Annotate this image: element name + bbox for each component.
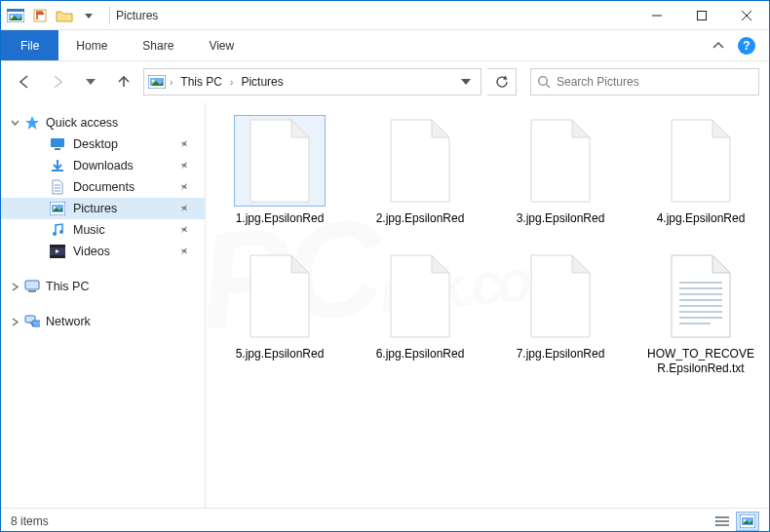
navigation-pane: Quick access DesktopDownloadsDocumentsPi… [1, 102, 206, 508]
file-name-label: 5.jpg.EpsilonRed [236, 347, 325, 361]
address-bar[interactable]: › This PC › Pictures [143, 68, 481, 95]
blank-file-icon [375, 251, 465, 341]
svg-rect-19 [50, 255, 65, 258]
recent-locations-button[interactable] [77, 68, 104, 95]
sidebar-item-label: Music [73, 223, 105, 237]
file-name-label: 3.jpg.EpsilonRed [517, 211, 605, 226]
sidebar-this-pc[interactable]: This PC [1, 276, 205, 297]
file-name-label: HOW_TO_RECOVER.EpsilonRed.txt [644, 347, 757, 376]
file-item[interactable]: 5.jpg.EpsilonRed [223, 251, 336, 376]
text-file-icon [656, 251, 746, 341]
chevron-right-icon[interactable]: › [230, 77, 233, 88]
blank-file-icon [235, 251, 325, 341]
title-bar: Pictures [1, 1, 769, 30]
breadcrumb-current[interactable]: Pictures [237, 73, 287, 91]
minimize-button[interactable] [635, 1, 679, 30]
svg-rect-20 [25, 281, 39, 289]
desktop-icon [50, 136, 65, 152]
blank-file-icon [656, 116, 746, 206]
file-item[interactable]: 7.jpg.EpsilonRed [504, 251, 617, 376]
file-item[interactable]: 6.jpg.EpsilonRed [364, 251, 477, 376]
tab-view[interactable]: View [191, 30, 251, 60]
file-name-label: 2.jpg.EpsilonRed [376, 211, 465, 226]
svg-rect-5 [698, 11, 707, 19]
pin-icon [177, 180, 191, 194]
music-icon [50, 222, 65, 238]
quick-access-toolbar [1, 5, 103, 26]
sidebar-item-music[interactable]: Music [1, 219, 205, 241]
svg-point-14 [54, 207, 57, 209]
file-tab[interactable]: File [1, 30, 58, 60]
close-button[interactable] [724, 1, 769, 30]
status-bar: 8 items [1, 508, 769, 532]
search-icon [537, 75, 551, 89]
file-name-label: 7.jpg.EpsilonRed [517, 347, 605, 361]
sidebar-item-label: This PC [46, 280, 89, 293]
address-dropdown-icon[interactable] [455, 77, 477, 87]
search-box[interactable]: Search Pictures [530, 68, 759, 95]
up-button[interactable] [110, 68, 137, 95]
qat-newfolder-icon[interactable] [54, 5, 75, 26]
file-item[interactable]: 1.jpg.EpsilonRed [223, 116, 336, 226]
sidebar-item-videos[interactable]: Videos [1, 241, 205, 262]
window-title: Pictures [116, 9, 158, 22]
tab-share[interactable]: Share [125, 30, 191, 60]
sidebar-item-documents[interactable]: Documents [1, 176, 205, 198]
navigation-bar: › This PC › Pictures Search Pictures [1, 61, 769, 102]
file-item[interactable]: 2.jpg.EpsilonRed [364, 116, 477, 226]
tab-home[interactable]: Home [58, 30, 125, 60]
item-count: 8 items [11, 514, 49, 528]
sidebar-item-label: Pictures [73, 202, 117, 215]
chevron-right-icon [11, 283, 19, 291]
maximize-button[interactable] [679, 1, 724, 30]
ribbon-collapse-icon[interactable] [712, 40, 724, 52]
sidebar-item-label: Videos [73, 245, 110, 258]
sidebar-quick-access[interactable]: Quick access [1, 112, 205, 133]
details-view-button[interactable] [711, 512, 734, 531]
address-pc-icon [148, 75, 166, 89]
blank-file-icon [235, 116, 325, 206]
title-separator [109, 7, 110, 24]
file-item[interactable]: 4.jpg.EpsilonRed [644, 116, 757, 226]
file-item[interactable]: 3.jpg.EpsilonRed [504, 116, 617, 226]
videos-icon [50, 244, 65, 259]
forward-button[interactable] [44, 68, 71, 95]
sidebar-item-downloads[interactable]: Downloads [1, 155, 205, 176]
sidebar-heading-label: Quick access [46, 116, 118, 130]
sidebar-item-desktop[interactable]: Desktop [1, 133, 205, 155]
blank-file-icon [375, 116, 465, 206]
svg-point-15 [53, 232, 57, 236]
downloads-icon [50, 158, 65, 173]
sidebar-item-pictures[interactable]: Pictures [1, 198, 205, 219]
file-list[interactable]: 1.jpg.EpsilonRed 2.jpg.EpsilonRed 3.jpg.… [206, 102, 769, 508]
file-name-label: 1.jpg.EpsilonRed [236, 211, 325, 226]
file-name-label: 4.jpg.EpsilonRed [657, 211, 746, 226]
pictures-icon [50, 201, 65, 216]
star-icon [24, 115, 40, 131]
sidebar-item-label: Documents [73, 180, 135, 194]
chevron-right-icon[interactable]: › [170, 77, 173, 88]
network-icon [24, 314, 40, 329]
back-button[interactable] [11, 68, 38, 95]
qat-dropdown-icon[interactable] [78, 5, 99, 26]
refresh-button[interactable] [487, 68, 517, 95]
blank-file-icon [516, 251, 605, 341]
qat-properties-icon[interactable] [29, 5, 51, 26]
chevron-right-icon [11, 318, 19, 326]
documents-icon [50, 179, 65, 195]
large-icons-view-button[interactable] [736, 512, 759, 531]
svg-rect-11 [55, 148, 60, 150]
sidebar-network[interactable]: Network [1, 311, 205, 332]
breadcrumb-root[interactable]: This PC [176, 73, 226, 91]
file-item[interactable]: HOW_TO_RECOVER.EpsilonRed.txt [644, 251, 757, 376]
svg-point-9 [539, 77, 548, 86]
svg-rect-21 [28, 290, 36, 292]
help-icon[interactable]: ? [738, 37, 755, 55]
search-placeholder: Search Pictures [557, 75, 639, 89]
pin-icon [177, 245, 191, 258]
chevron-down-icon [11, 119, 19, 128]
svg-rect-10 [51, 138, 64, 147]
pc-icon [24, 279, 40, 294]
svg-point-8 [152, 80, 155, 83]
svg-rect-1 [7, 9, 24, 12]
